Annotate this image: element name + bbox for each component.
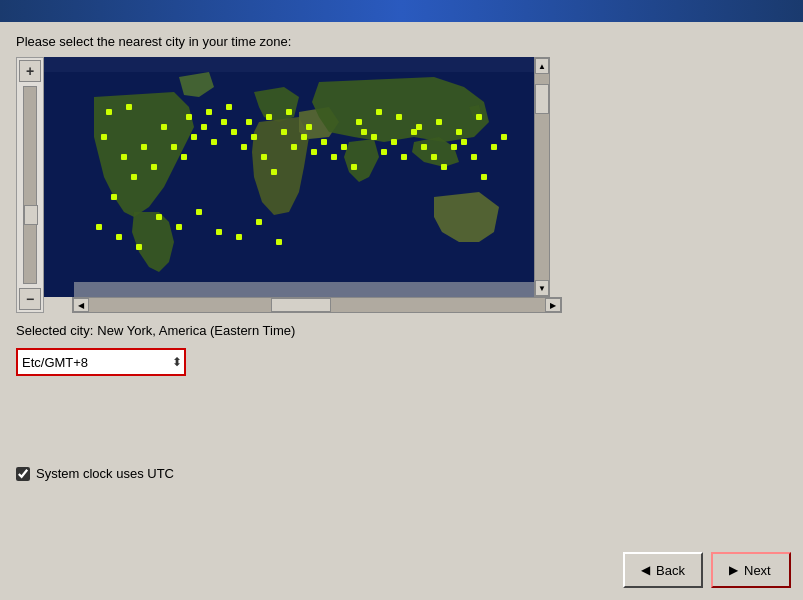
utc-checkbox[interactable]	[16, 467, 30, 481]
map-svg	[44, 57, 534, 297]
zoom-in-button[interactable]: +	[19, 60, 41, 82]
scroll-right-button[interactable]: ▶	[545, 298, 561, 312]
scroll-left-button[interactable]: ◀	[73, 298, 89, 312]
next-button[interactable]: ▶ Next	[711, 552, 791, 588]
map-canvas[interactable]	[44, 57, 534, 297]
vertical-scrollbar[interactable]: ▲ ▼	[534, 57, 550, 297]
utc-label[interactable]: System clock uses UTC	[36, 466, 174, 481]
scroll-thumb-vertical[interactable]	[535, 84, 549, 114]
back-arrow-icon: ◀	[641, 563, 650, 577]
zoom-controls: + −	[16, 57, 44, 313]
utc-checkbox-row: System clock uses UTC	[16, 466, 787, 481]
back-button[interactable]: ◀ Back	[623, 552, 703, 588]
scroll-down-button[interactable]: ▼	[535, 280, 549, 296]
zoom-slider-track	[23, 86, 37, 284]
scroll-thumb-horizontal[interactable]	[271, 298, 331, 312]
selected-city-value: New York, America (Eastern Time)	[97, 323, 295, 338]
scroll-track-horizontal	[89, 298, 545, 312]
timezone-select[interactable]: Etc/GMT+8Etc/GMT+7Etc/GMT+6Etc/GMT+5Amer…	[16, 348, 186, 376]
timezone-select-wrapper: Etc/GMT+8Etc/GMT+7Etc/GMT+6Etc/GMT+5Amer…	[16, 348, 186, 376]
back-button-label: Back	[656, 563, 685, 578]
zoom-slider-thumb[interactable]	[24, 205, 38, 225]
scroll-track-vertical	[535, 74, 549, 280]
selected-city-prefix: Selected city:	[16, 323, 93, 338]
zoom-out-button[interactable]: −	[19, 288, 41, 310]
horizontal-scrollbar[interactable]: ◀ ▶	[72, 297, 562, 313]
bottom-buttons: ◀ Back ▶ Next	[623, 552, 791, 588]
header-bar	[0, 0, 803, 22]
next-button-label: Next	[744, 563, 771, 578]
instruction-label: Please select the nearest city in your t…	[16, 34, 787, 49]
next-arrow-icon: ▶	[729, 563, 738, 577]
scroll-up-button[interactable]: ▲	[535, 58, 549, 74]
